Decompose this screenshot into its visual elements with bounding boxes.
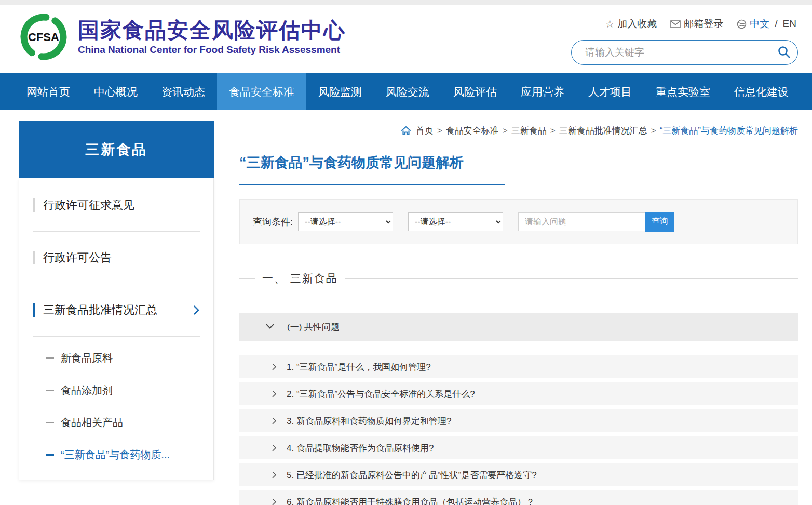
star-icon: ☆ bbox=[605, 18, 614, 30]
chevron-right-icon bbox=[272, 444, 277, 452]
nav-item-food-safety-standards[interactable]: 食品安全标准 bbox=[217, 73, 306, 110]
add-favorite-label: 加入收藏 bbox=[617, 17, 657, 31]
language-switch[interactable]: 中文 / EN bbox=[737, 17, 796, 31]
faq-row-2[interactable]: 2. “三新食品”公告与食品安全标准的关系是什么? bbox=[239, 382, 798, 405]
nav-item-key-laboratory[interactable]: 重点实验室 bbox=[644, 73, 722, 110]
dash-icon bbox=[46, 454, 54, 456]
header-utils: ☆ 加入收藏 邮箱登录 中文 / EN bbox=[596, 17, 796, 31]
lang-separator: / bbox=[775, 18, 777, 30]
nav-item-home[interactable]: 网站首页 bbox=[15, 73, 82, 110]
sidebar-subitem-food-related-products[interactable]: 食品相关产品 bbox=[46, 406, 213, 438]
chevron-down-icon bbox=[265, 322, 275, 331]
breadcrumb-current-page: “三新食品”与食药物质常见问题解析 bbox=[660, 125, 798, 137]
site-subtitle: China National Center for Food Safety Ri… bbox=[78, 44, 346, 56]
section-heading: 一、 三新食品 bbox=[239, 271, 798, 286]
faq-row-4[interactable]: 4. 食品提取物能否作为食品原料使用? bbox=[239, 436, 798, 459]
envelope-icon bbox=[670, 20, 681, 28]
faq-list: 1. “三新食品”是什么，我国如何管理? 2. “三新食品”公告与食品安全标准的… bbox=[239, 355, 798, 505]
faq-row-5[interactable]: 5. 已经批准的新食品原料公告中的产品“性状”是否需要严格遵守? bbox=[239, 463, 798, 486]
accordion-header-common-questions[interactable]: (一) 共性问题 bbox=[239, 313, 798, 341]
breadcrumb-separator: > bbox=[651, 126, 656, 136]
page-title: “三新食品”与食药物质常见问题解析 bbox=[239, 153, 798, 172]
globe-icon bbox=[737, 19, 747, 29]
nav-item-risk-assessment[interactable]: 风险评估 bbox=[441, 73, 509, 110]
mail-login-label: 邮箱登录 bbox=[684, 17, 723, 31]
cfsa-logo-icon: CFSA bbox=[19, 12, 69, 62]
site-header: CFSA 国家食品安全风险评估中心 China National Center … bbox=[0, 5, 812, 73]
add-favorite-link[interactable]: ☆ 加入收藏 bbox=[605, 17, 657, 31]
mail-login-link[interactable]: 邮箱登录 bbox=[670, 17, 723, 31]
house-icon bbox=[401, 126, 411, 136]
breadcrumb-approval-summary[interactable]: 三新食品批准情况汇总 bbox=[559, 125, 647, 137]
faq-row-1[interactable]: 1. “三新食品”是什么，我国如何管理? bbox=[239, 355, 798, 378]
nav-item-overview[interactable]: 中心概况 bbox=[82, 73, 150, 110]
nav-item-informatization[interactable]: 信息化建设 bbox=[722, 73, 801, 110]
sidebar-item-approval-summary[interactable]: 三新食品批准情况汇总 bbox=[33, 284, 200, 337]
nav-item-talent-programs[interactable]: 人才项目 bbox=[576, 73, 644, 110]
item-marker bbox=[33, 198, 35, 212]
faq-row-6[interactable]: 6. 新食品原料能否用于特殊膳食用食品（包括运动营养食品）？ bbox=[239, 490, 798, 505]
breadcrumb-separator: > bbox=[550, 126, 556, 136]
sidebar-subitems: 新食品原料 食品添加剂 食品相关产品 “三新食品”与食药物质... bbox=[46, 342, 213, 471]
divider-line bbox=[345, 278, 798, 279]
nav-item-party-work[interactable]: 党群工作 bbox=[801, 73, 812, 110]
section-heading-text: 一、 三新食品 bbox=[255, 271, 345, 286]
query-panel: 查询条件: --请选择-- --请选择-- 查询 bbox=[239, 199, 798, 244]
site-logo[interactable]: CFSA 国家食品安全风险评估中心 China National Center … bbox=[19, 12, 346, 62]
nav-item-news[interactable]: 资讯动态 bbox=[150, 73, 217, 110]
site-title: 国家食品安全风险评估中心 bbox=[78, 18, 346, 43]
query-category-select[interactable]: --请选择-- bbox=[298, 212, 393, 231]
chevron-right-icon bbox=[272, 390, 277, 398]
dash-icon bbox=[46, 357, 54, 359]
dash-icon bbox=[46, 390, 54, 391]
sidebar-item-permit-announcements[interactable]: 行政许可公告 bbox=[33, 232, 200, 284]
item-marker bbox=[33, 251, 35, 264]
chevron-right-icon bbox=[272, 498, 277, 505]
magnifier-icon bbox=[777, 45, 791, 60]
sidebar-subitem-faq[interactable]: “三新食品”与食药物质... bbox=[46, 438, 213, 471]
main-content: 首页 > 食品安全标准 > 三新食品 > 三新食品批准情况汇总 > “三新食品”… bbox=[239, 121, 798, 505]
top-strip bbox=[0, 0, 812, 5]
breadcrumb-three-new-foods[interactable]: 三新食品 bbox=[511, 125, 547, 137]
main-nav: 网站首页 中心概况 资讯动态 食品安全标准 风险监测 风险交流 风险评估 应用营… bbox=[0, 73, 812, 110]
chevron-right-icon bbox=[193, 304, 200, 316]
title-underline bbox=[239, 184, 798, 185]
dash-icon bbox=[46, 422, 54, 423]
sidebar-subitem-new-food-materials[interactable]: 新食品原料 bbox=[46, 342, 213, 374]
lang-en-link[interactable]: EN bbox=[783, 18, 796, 30]
site-search-input[interactable] bbox=[572, 47, 770, 58]
breadcrumb-separator: > bbox=[503, 126, 508, 136]
svg-text:CFSA: CFSA bbox=[28, 31, 59, 44]
sidebar: 三新食品 行政许可征求意见 行政许可公告 三新食品批准情况汇总 新食品原料 食品… bbox=[19, 121, 214, 480]
sidebar-item-permit-comments[interactable]: 行政许可征求意见 bbox=[33, 179, 200, 232]
query-subcategory-select[interactable]: --请选择-- bbox=[408, 212, 503, 231]
nav-item-applied-nutrition[interactable]: 应用营养 bbox=[509, 73, 576, 110]
breadcrumb-home[interactable]: 首页 bbox=[416, 125, 434, 137]
nav-item-risk-communication[interactable]: 风险交流 bbox=[374, 73, 441, 110]
breadcrumb: 首页 > 食品安全标准 > 三新食品 > 三新食品批准情况汇总 > “三新食品”… bbox=[239, 125, 798, 137]
item-marker bbox=[33, 303, 35, 317]
chevron-right-icon bbox=[272, 471, 277, 479]
site-search bbox=[571, 40, 798, 65]
sidebar-panel: 行政许可征求意见 行政许可公告 三新食品批准情况汇总 新食品原料 食品添加剂 bbox=[19, 178, 214, 480]
faq-row-3[interactable]: 3. 新食品原料和食药物质如何界定和管理? bbox=[239, 409, 798, 432]
sidebar-title: 三新食品 bbox=[19, 121, 214, 178]
breadcrumb-food-safety-standards[interactable]: 食品安全标准 bbox=[446, 125, 499, 137]
query-condition-label: 查询条件: bbox=[253, 216, 293, 228]
lang-zh-link[interactable]: 中文 bbox=[750, 17, 769, 31]
chevron-right-icon bbox=[272, 363, 277, 371]
chevron-right-icon bbox=[272, 417, 277, 425]
nav-item-risk-monitoring[interactable]: 风险监测 bbox=[306, 73, 374, 110]
query-submit-button[interactable]: 查询 bbox=[645, 212, 674, 232]
breadcrumb-separator: > bbox=[437, 126, 442, 136]
sidebar-subitem-food-additives[interactable]: 食品添加剂 bbox=[46, 374, 213, 406]
site-search-button[interactable] bbox=[770, 41, 797, 64]
divider-line bbox=[239, 278, 255, 279]
query-question-input[interactable] bbox=[518, 212, 645, 231]
